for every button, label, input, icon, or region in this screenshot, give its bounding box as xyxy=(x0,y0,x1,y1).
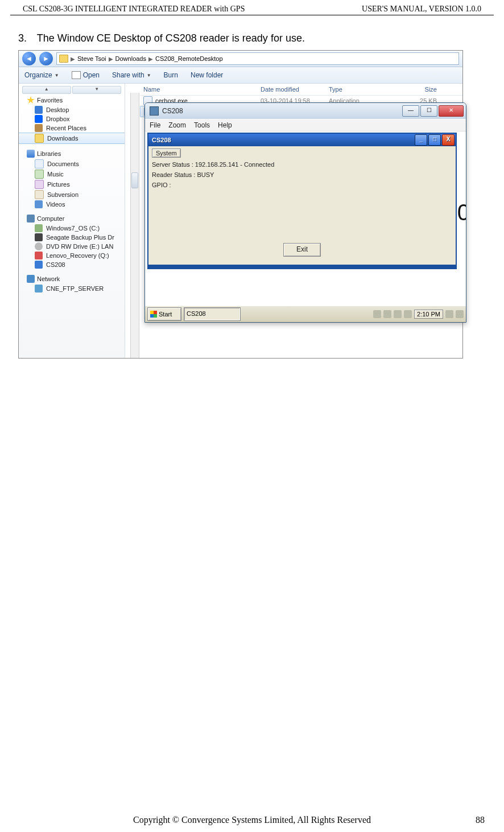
col-name[interactable]: Name xyxy=(140,86,261,93)
system-tray: 2:10 PM xyxy=(373,310,464,319)
tray-icon[interactable] xyxy=(404,310,412,318)
tray-clock[interactable]: 2:10 PM xyxy=(414,310,443,319)
menu-file[interactable]: File xyxy=(150,121,160,129)
sidebar-item-pictures[interactable]: Pictures xyxy=(19,179,125,190)
chevron-icon: ▶ xyxy=(148,56,153,62)
inner-close-button[interactable]: X xyxy=(442,134,455,146)
inner-window: CS208 _ □ X System Server Status : 192.1… xyxy=(147,133,457,269)
device-icon xyxy=(35,261,43,269)
sidebar-scroll[interactable]: ▲▼ xyxy=(22,86,121,94)
crumb-1[interactable]: Downloads xyxy=(115,55,146,62)
inner-maximize-button[interactable]: □ xyxy=(428,134,441,146)
inner-title-text: CS208 xyxy=(152,137,171,143)
organize-button[interactable]: Organize ▼ xyxy=(24,71,59,79)
close-button[interactable]: ✕ xyxy=(439,105,464,117)
sidebar-item-dropbox[interactable]: Dropbox xyxy=(19,114,125,123)
inner-minimize-button[interactable]: _ xyxy=(415,134,427,146)
windows-flag-icon xyxy=(150,311,157,318)
documents-icon xyxy=(35,159,44,168)
sidebar-item-videos[interactable]: Videos xyxy=(19,200,125,209)
column-headers[interactable]: Name Date modified Type Size xyxy=(140,84,462,96)
sidebar-item-subversion[interactable]: Subversion xyxy=(19,190,125,200)
open-icon xyxy=(72,71,81,79)
copyright: Copyright © Convergence Systems Limited,… xyxy=(133,815,371,825)
sidebar-item-ftp[interactable]: CNE_FTP_SERVER xyxy=(19,284,125,293)
tray-icon[interactable] xyxy=(383,310,391,318)
tray-icon[interactable] xyxy=(394,310,402,318)
drive-icon xyxy=(35,224,43,232)
col-date[interactable]: Date modified xyxy=(261,86,329,93)
col-size[interactable]: Size xyxy=(391,86,443,93)
sidebar: ▲▼ Favorites Desktop Dropbox Recent Plac… xyxy=(19,84,125,358)
start-button[interactable]: Start xyxy=(147,307,181,321)
app-icon xyxy=(150,106,159,116)
address-bar: ◄ ► ▶ Steve Tsoi ▶ Downloads ▶ CS208_Rem… xyxy=(19,51,462,67)
burn-button[interactable]: Burn xyxy=(164,71,178,79)
chevron-icon: ▶ xyxy=(109,56,113,62)
sidebar-item-seagate[interactable]: Seagate Backup Plus Dr xyxy=(19,233,125,242)
nav-fwd-button[interactable]: ► xyxy=(39,52,53,65)
sidebar-item-documents[interactable]: Documents xyxy=(19,159,125,169)
exit-button[interactable]: Exit xyxy=(283,243,321,257)
toolbar: Organize ▼ Open Share with ▼ Burn New fo… xyxy=(19,67,462,84)
step-line: 3. The Window CE Desktop of CS208 reader… xyxy=(18,32,491,44)
sidebar-item-c-drive[interactable]: Windows7_OS (C:) xyxy=(19,224,125,233)
folder-icon xyxy=(59,55,68,63)
taskbar: Start CS208 2:10 PM xyxy=(145,306,466,322)
col-type[interactable]: Type xyxy=(329,86,391,93)
dvd-icon xyxy=(35,242,43,250)
sidebar-libraries[interactable]: Libraries xyxy=(19,149,125,159)
sidebar-item-recovery[interactable]: Lenovo_Recovery (Q:) xyxy=(19,251,125,260)
downloads-icon xyxy=(35,134,44,143)
hdd-icon xyxy=(35,233,43,241)
music-icon xyxy=(35,170,44,179)
open-button[interactable]: Open xyxy=(72,71,100,79)
step-number: 3. xyxy=(18,32,34,44)
menu-help[interactable]: Help xyxy=(218,121,232,129)
sidebar-favorites[interactable]: Favorites xyxy=(19,95,125,105)
inner-body: System Server Status : 192.168.25.141 - … xyxy=(148,146,456,265)
computer-icon xyxy=(27,215,35,223)
menu-zoom[interactable]: Zoom xyxy=(168,121,186,129)
nav-back-button[interactable]: ◄ xyxy=(22,52,36,65)
sidebar-computer[interactable]: Computer xyxy=(19,213,125,224)
sidebar-item-downloads[interactable]: Downloads xyxy=(19,133,125,144)
explorer-window: ◄ ► ▶ Steve Tsoi ▶ Downloads ▶ CS208_Rem… xyxy=(18,50,463,359)
tray-icon[interactable] xyxy=(373,310,381,318)
system-button[interactable]: System xyxy=(152,149,181,158)
videos-icon xyxy=(35,200,43,208)
maximize-button[interactable]: ☐ xyxy=(420,105,437,117)
cs208-titlebar[interactable]: CS208 — ☐ ✕ xyxy=(145,103,466,119)
breadcrumb[interactable]: ▶ Steve Tsoi ▶ Downloads ▶ CS208_RemoteD… xyxy=(56,52,459,65)
server-icon xyxy=(35,285,43,293)
tray-icon[interactable] xyxy=(445,310,453,318)
minimize-button[interactable]: — xyxy=(402,105,419,117)
sidebar-item-music[interactable]: Music xyxy=(19,169,125,179)
new-folder-button[interactable]: New folder xyxy=(191,71,223,79)
tray-icon[interactable] xyxy=(456,310,464,318)
crumb-0[interactable]: Steve Tsoi xyxy=(77,55,106,62)
taskbar-item[interactable]: CS208 xyxy=(184,307,241,321)
page-number: 88 xyxy=(476,815,485,825)
libraries-icon xyxy=(27,150,35,158)
sidebar-item-cs208[interactable]: CS208 xyxy=(19,260,125,269)
chevron-icon: ▶ xyxy=(71,56,75,62)
server-status: Server Status : 192.168.25.141 - Connect… xyxy=(152,161,452,168)
inner-border xyxy=(148,265,456,268)
sidebar-item-desktop[interactable]: Desktop xyxy=(19,105,125,114)
sidebar-network[interactable]: Network xyxy=(19,274,125,284)
dropbox-icon xyxy=(35,115,43,123)
share-button[interactable]: Share with ▼ xyxy=(112,71,151,79)
reader-status: Reader Status : BUSY xyxy=(152,171,452,178)
menu-tools[interactable]: Tools xyxy=(194,121,210,129)
desktop-icon xyxy=(35,106,43,114)
crumb-2[interactable]: CS208_RemoteDesktop xyxy=(155,55,223,62)
cs208-content: dded CE 6.0 CS208 _ □ X System Server St… xyxy=(145,131,466,306)
network-icon xyxy=(27,275,35,283)
header-left: CSL CS208-3G INTELLIGENT INTEGRATED READ… xyxy=(23,5,245,14)
sidebar-item-dvd[interactable]: DVD RW Drive (E:) LAN xyxy=(19,242,125,251)
sidebar-item-recent[interactable]: Recent Places xyxy=(19,123,125,133)
inner-titlebar[interactable]: CS208 _ □ X xyxy=(148,134,456,146)
recent-icon xyxy=(35,124,43,132)
chevron-down-icon: ▼ xyxy=(55,73,59,78)
